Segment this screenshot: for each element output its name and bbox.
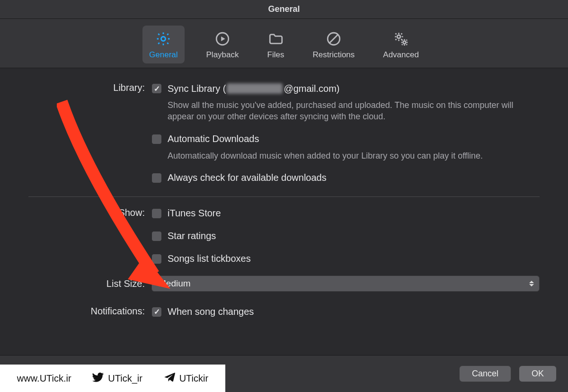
songs-tickboxes-checkbox[interactable]: [151, 254, 162, 264]
tab-label: Restrictions: [313, 50, 355, 60]
tab-label: General: [149, 50, 178, 60]
itunes-store-checkbox[interactable]: [151, 208, 162, 219]
check-downloads-checkbox[interactable]: [151, 173, 162, 183]
show-row: Show: iTunes Store Star ratings Songs li…: [28, 205, 540, 267]
ok-button[interactable]: OK: [519, 365, 557, 382]
tab-label: Playback: [206, 50, 239, 60]
show-label: Show:: [28, 205, 151, 218]
gear-icon: [155, 30, 172, 47]
automatic-downloads-label: Automatic Downloads: [168, 134, 259, 144]
tab-advanced[interactable]: Advanced: [376, 26, 426, 63]
telegram-icon: [163, 371, 176, 386]
list-size-value: Medium: [159, 278, 191, 289]
no-entry-icon: [325, 30, 342, 47]
watermark-site: www.UTick.ir: [17, 373, 71, 384]
double-gear-icon: [392, 30, 409, 47]
songs-tickboxes-label: Songs list tickboxes: [168, 253, 251, 264]
svg-point-0: [161, 36, 166, 41]
notifications-row: Notifications: When song changes: [28, 304, 540, 320]
content-area: Library: Sync Library (@gmail.com) Show …: [0, 68, 568, 355]
sync-library-desc: Show all the music you've added, purchas…: [151, 98, 540, 129]
star-ratings-label: Star ratings: [168, 231, 216, 241]
cancel-button[interactable]: Cancel: [459, 365, 511, 382]
automatic-downloads-checkbox[interactable]: [151, 134, 162, 144]
tab-general[interactable]: General: [142, 26, 184, 63]
automatic-downloads-desc: Automatically download music when added …: [151, 149, 540, 168]
watermark-strip: www.UTick.ir UTick_ir UTickir: [0, 365, 225, 392]
song-changes-checkbox[interactable]: [151, 307, 162, 317]
stepper-caret-icon: [528, 278, 535, 289]
preferences-window: General General Playback: [0, 0, 568, 392]
toolbar-tabs: General Playback Files: [0, 19, 568, 68]
play-circle-icon: [214, 30, 231, 47]
star-ratings-checkbox[interactable]: [151, 231, 162, 241]
library-row: Library: Sync Library (@gmail.com) Show …: [28, 80, 540, 193]
twitter-icon: [92, 371, 104, 386]
itunes-store-label: iTunes Store: [168, 208, 221, 219]
svg-point-5: [403, 41, 406, 44]
divider: [28, 196, 540, 197]
watermark-telegram: UTickir: [163, 371, 208, 386]
window-title: General: [268, 4, 300, 14]
folder-icon: [267, 30, 284, 47]
list-size-select[interactable]: Medium: [151, 276, 540, 292]
notifications-label: Notifications:: [28, 304, 151, 317]
list-size-row: List Size: Medium: [28, 276, 540, 292]
tab-playback[interactable]: Playback: [200, 26, 246, 63]
svg-point-4: [397, 35, 400, 38]
watermark-twitter: UTick_ir: [92, 371, 142, 386]
sync-library-checkbox[interactable]: [151, 83, 162, 94]
titlebar: General: [0, 0, 568, 19]
sync-library-label: Sync Library (@gmail.com): [168, 83, 339, 94]
redacted-username: [227, 83, 283, 94]
tab-restrictions[interactable]: Restrictions: [306, 26, 362, 63]
check-downloads-label: Always check for available downloads: [168, 172, 327, 183]
song-changes-label: When song changes: [168, 306, 254, 317]
tab-label: Files: [267, 50, 284, 60]
library-label: Library:: [28, 80, 151, 93]
svg-line-3: [329, 35, 337, 43]
tab-files[interactable]: Files: [261, 26, 291, 63]
tab-label: Advanced: [383, 50, 419, 60]
list-size-label: List Size:: [28, 276, 151, 289]
